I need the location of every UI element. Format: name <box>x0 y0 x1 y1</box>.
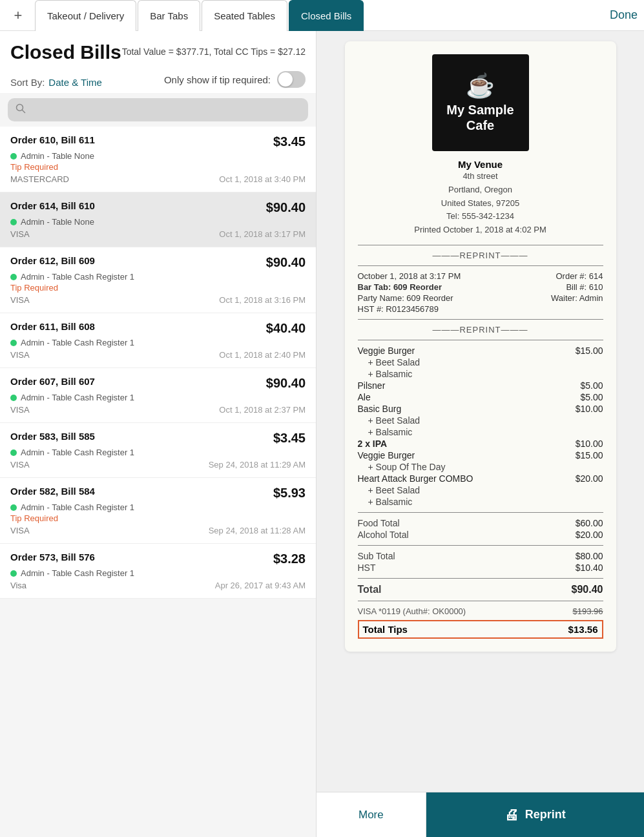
status-dot <box>10 340 17 346</box>
bill-date: Oct 1, 2018 at 3:40 PM <box>219 174 306 184</box>
divider5 <box>358 512 603 513</box>
food-total-val: $60.00 <box>576 518 603 528</box>
meta-order: Order #: 614 <box>481 271 603 281</box>
search-icon <box>16 103 26 116</box>
bill-title: Order 573, Bill 576 <box>10 552 95 563</box>
bill-date: Oct 1, 2018 at 2:40 PM <box>219 350 306 360</box>
bill-sub: Admin - Table Cash Register 1 <box>10 393 306 402</box>
subtotal-val: $80.00 <box>576 551 603 561</box>
hst-row: HST $10.40 <box>358 563 603 573</box>
status-dot <box>10 504 17 511</box>
left-panel: Closed Bills Total Value = $377.71, Tota… <box>0 31 317 837</box>
receipt-item-8: 2 x IPA $10.00 <box>358 439 603 449</box>
tip-toggle-row: Only show if tip required: <box>164 71 306 88</box>
receipt-item-7: + Balsamic <box>358 427 603 437</box>
tip-toggle-switch[interactable] <box>277 71 306 88</box>
bill-amount: $90.40 <box>266 255 306 270</box>
bill-item-7[interactable]: Order 573, Bill 576 $3.28 Admin - Table … <box>0 544 316 599</box>
bill-item-1[interactable]: Order 614, Bill 610 $90.40 Admin - Table… <box>0 192 316 247</box>
status-dot <box>10 219 17 225</box>
receipt-meta: October 1, 2018 at 3:17 PM Order #: 614 … <box>358 271 603 314</box>
bill-sub: Admin - Table Cash Register 1 <box>10 448 306 457</box>
bill-item-5[interactable]: Order 583, Bill 585 $3.45 Admin - Table … <box>0 423 316 478</box>
bill-amount: $90.40 <box>266 200 306 215</box>
bill-date: Apr 26, 2017 at 9:43 AM <box>215 581 306 590</box>
meta-bartab: Bar Tab: 609 Reorder <box>358 282 480 292</box>
meta-datetime: October 1, 2018 at 3:17 PM <box>358 271 480 281</box>
status-dot <box>10 395 17 401</box>
reprint-label: Reprint <box>525 808 566 822</box>
receipt-item-3: Pilsner $5.00 <box>358 380 603 391</box>
receipt-item-4: Ale $5.00 <box>358 392 603 402</box>
item-price: $10.00 <box>576 439 603 449</box>
subtotal-row: Sub Total $80.00 <box>358 551 603 561</box>
divider3 <box>358 319 603 320</box>
bill-date: Oct 1, 2018 at 3:16 PM <box>219 295 306 305</box>
tab-bartabs[interactable]: Bar Tabs <box>138 0 200 31</box>
bill-table: Admin - Table None <box>21 151 94 161</box>
bill-sub: Admin - Table Cash Register 1 <box>10 338 306 347</box>
item-name: + Beet Salad <box>358 415 421 426</box>
tip-required-label: Tip Required <box>10 283 306 293</box>
top-nav: + Takeout / Delivery Bar Tabs Seated Tab… <box>0 0 644 31</box>
total-tips-row: Total Tips $13.56 <box>358 620 603 639</box>
bill-table: Admin - Table Cash Register 1 <box>21 502 134 512</box>
hst-val: $10.40 <box>576 563 603 573</box>
divider6 <box>358 545 603 546</box>
add-button[interactable]: + <box>6 4 30 27</box>
bill-table: Admin - Table Cash Register 1 <box>21 393 134 402</box>
reprint-button[interactable]: 🖨 Reprint <box>426 792 644 837</box>
bill-method: VISA <box>10 405 30 415</box>
bill-title: Order 583, Bill 585 <box>10 431 95 442</box>
receipt-item-1: + Beet Salad <box>358 357 603 367</box>
receipt-item-10: + Soup Of The Day <box>358 462 603 472</box>
bill-sub: Admin - Table None <box>10 151 306 161</box>
bill-item-4[interactable]: Order 607, Bill 607 $90.40 Admin - Table… <box>0 368 316 423</box>
tab-seated[interactable]: Seated Tables <box>202 0 287 31</box>
tab-closedbills[interactable]: Closed Bills <box>289 0 364 31</box>
bill-footer: Visa Apr 26, 2017 at 9:43 AM <box>10 581 306 590</box>
item-price: $15.00 <box>576 346 603 356</box>
item-price: $10.00 <box>576 404 603 414</box>
bill-date: Sep 24, 2018 at 11:28 AM <box>209 526 306 535</box>
bill-sub: Admin - Table Cash Register 1 <box>10 502 306 512</box>
bill-amount: $3.28 <box>273 552 306 566</box>
tips-label: Total Tips <box>363 624 408 635</box>
status-dot <box>10 570 17 577</box>
item-price: $20.00 <box>576 473 603 484</box>
receipt-logo: ☕ My SampleCafe <box>432 54 529 151</box>
status-dot <box>10 450 17 456</box>
item-name: + Balsamic <box>358 369 413 379</box>
search-input[interactable] <box>31 104 300 116</box>
receipt-item-0: Veggie Burger $15.00 <box>358 346 603 356</box>
visa-amount: $193.96 <box>573 606 603 616</box>
divider2 <box>358 265 603 266</box>
item-name: + Soup Of The Day <box>358 462 446 472</box>
bill-date: Oct 1, 2018 at 3:17 PM <box>219 229 306 239</box>
bill-item-6[interactable]: Order 582, Bill 584 $5.93 Admin - Table … <box>0 478 316 544</box>
bill-item-2[interactable]: Order 612, Bill 609 $90.40 Admin - Table… <box>0 247 316 313</box>
item-name: Veggie Burger <box>358 450 415 460</box>
bill-title: Order 612, Bill 609 <box>10 255 95 266</box>
bill-table: Admin - Table None <box>21 217 94 227</box>
left-header: Closed Bills Total Value = $377.71, Tota… <box>0 31 316 93</box>
item-price: $5.00 <box>580 380 603 391</box>
tab-takeout[interactable]: Takeout / Delivery <box>35 0 136 31</box>
item-name: Pilsner <box>358 380 386 391</box>
receipt-item-6: + Beet Salad <box>358 415 603 426</box>
more-button[interactable]: More <box>317 792 426 837</box>
done-button[interactable]: Done <box>610 8 638 22</box>
sort-value[interactable]: Date & Time <box>48 77 102 88</box>
total-val: $90.40 <box>572 584 603 595</box>
right-footer: More 🖨 Reprint <box>317 792 644 837</box>
bill-method: VISA <box>10 526 30 535</box>
bill-footer: MASTERCARD Oct 1, 2018 at 3:40 PM <box>10 174 306 184</box>
bills-list: Order 610, Bill 611 $3.45 Admin - Table … <box>0 127 316 837</box>
bill-item-0[interactable]: Order 610, Bill 611 $3.45 Admin - Table … <box>0 127 316 192</box>
status-dot <box>10 274 17 280</box>
bill-method: Visa <box>10 581 26 590</box>
total-row: Total $90.40 <box>358 584 603 595</box>
meta-bill: Bill #: 610 <box>481 282 603 292</box>
divider4 <box>358 340 603 340</box>
bill-item-3[interactable]: Order 611, Bill 608 $40.40 Admin - Table… <box>0 313 316 368</box>
